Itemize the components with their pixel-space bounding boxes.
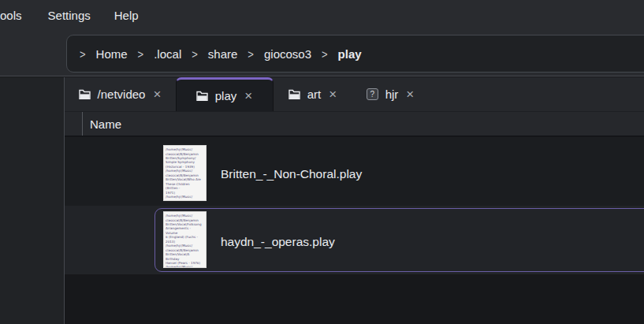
close-icon[interactable]: × <box>152 88 162 101</box>
column-header-name[interactable]: Name <box>83 112 121 136</box>
tab-hjr[interactable]: ? hjr × <box>352 77 429 111</box>
list-header: Name <box>65 111 644 136</box>
close-icon[interactable]: × <box>405 88 415 101</box>
tab-netvideo[interactable]: /netvideo × <box>65 77 176 111</box>
chevron-right-icon: > <box>186 47 203 60</box>
file-list: /home/hjr/Music/ classical/B/Benjamin Br… <box>65 137 644 324</box>
folder-view-panel: /netvideo × play × <box>65 77 644 324</box>
breadcrumb-local[interactable]: .local <box>149 47 186 61</box>
breadcrumb: > Home > .local > share > giocoso3 > pla… <box>66 35 644 73</box>
tab-play-active[interactable]: play × <box>176 77 274 111</box>
tab-art[interactable]: art × <box>274 77 352 111</box>
chevron-right-icon: > <box>316 47 333 60</box>
folder-icon <box>196 91 208 101</box>
chevron-right-icon: > <box>132 47 150 60</box>
close-icon[interactable]: × <box>244 89 253 102</box>
breadcrumb-home[interactable]: Home <box>91 47 132 61</box>
menu-tools[interactable]: ools <box>0 9 24 22</box>
thumbnail-preview-text: /home/hjr/Music/ classical/B/Benjamin Br… <box>164 146 202 199</box>
file-row-haydn-selected[interactable] <box>65 206 644 274</box>
menubar: ools Settings Help <box>0 0 140 30</box>
chevron-right-icon: > <box>80 47 91 60</box>
tab-label: art <box>307 88 322 101</box>
topbar: ools Settings Help > Home > .local > sha… <box>0 0 644 76</box>
tab-label: /netvideo <box>98 88 146 101</box>
expander-column <box>65 112 83 136</box>
chevron-right-icon: > <box>242 47 259 60</box>
content-area: /netvideo × play × <box>0 77 644 324</box>
close-icon[interactable]: × <box>328 88 337 101</box>
folder-icon <box>288 89 300 99</box>
left-sidebar <box>0 77 65 324</box>
file-name: haydn_-_operas.play <box>221 235 335 249</box>
file-name: Britten_-_Non-Choral.play <box>221 167 362 181</box>
file-thumbnail: /home/hjr/Music/ classical/B/Benjamin Br… <box>163 211 207 268</box>
breadcrumb-share[interactable]: share <box>203 47 243 61</box>
tab-label: play <box>215 89 237 102</box>
tab-label: hjr <box>385 88 399 101</box>
file-manager-window: ools Settings Help > Home > .local > sha… <box>0 0 644 324</box>
breadcrumb-giocoso3[interactable]: giocoso3 <box>259 47 316 61</box>
breadcrumb-play-current[interactable]: play <box>333 47 362 61</box>
menu-settings[interactable]: Settings <box>47 9 92 22</box>
menu-help[interactable]: Help <box>113 9 140 22</box>
tab-bar: /netvideo × play × <box>65 77 644 111</box>
folder-icon <box>79 89 91 99</box>
file-thumbnail: /home/hjr/Music/ classical/B/Benjamin Br… <box>163 145 207 201</box>
thumbnail-preview-text: /home/hjr/Music/ classical/B/Benjamin Br… <box>164 212 202 268</box>
unknown-file-icon: ? <box>367 88 378 100</box>
